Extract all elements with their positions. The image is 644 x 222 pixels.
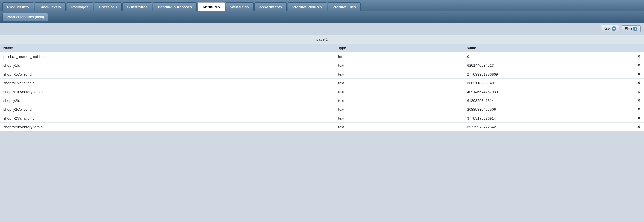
cell-name: shopify1VariationId: [0, 79, 335, 87]
delete-button[interactable]: ✕: [631, 105, 644, 114]
sub-tab-bar: Product Pictures (beta): [0, 11, 644, 23]
chevron-down-icon: ▼: [633, 27, 637, 31]
cell-type: text: [335, 96, 464, 105]
table-row: shopify2Idtext6129825841314✕: [0, 96, 644, 105]
table-row: shopify1CollectIdtext277099951770809✕: [0, 70, 644, 79]
cell-type: text: [335, 61, 464, 70]
header-name: Name: [0, 44, 335, 52]
cell-name: shopify2InventoryItemId: [0, 123, 335, 131]
cell-name: shopify1InventoryItemId: [0, 87, 335, 96]
tab-attributes[interactable]: Attributes: [198, 2, 225, 11]
cell-name: shopify2Id: [0, 96, 335, 105]
filter-button[interactable]: Filter ▼: [622, 25, 641, 32]
cell-value: 38821183881401: [464, 79, 631, 87]
new-button[interactable]: New +: [601, 25, 619, 32]
table-row: shopify2CollectIdtext20889830457506✕: [0, 105, 644, 114]
header-type: Type: [335, 44, 464, 52]
cell-value: 6261446934713: [464, 61, 631, 70]
sub-tab-product-pictures-beta[interactable]: Product Pictures (beta): [2, 13, 48, 21]
tab-product-info[interactable]: Product info: [2, 2, 34, 11]
filter-label: Filter: [625, 27, 632, 31]
cell-value: 0: [464, 52, 631, 61]
cell-value: 20889830457506: [464, 105, 631, 114]
table-row: shopify1InventoryItemIdtext4091465747679…: [0, 87, 644, 96]
delete-button[interactable]: ✕: [631, 87, 644, 96]
table-row: shopify2InventoryItemIdtext3977997877264…: [0, 123, 644, 131]
tab-web-fields[interactable]: Web fields: [226, 2, 254, 11]
toolbar: New + Filter ▼: [0, 23, 644, 35]
delete-button[interactable]: ✕: [631, 123, 644, 131]
plus-icon: +: [612, 26, 616, 31]
attributes-table: Name Type Value product_reorder_multiple…: [0, 44, 644, 131]
content-area: page 1 Name Type Value product_reorder_m…: [0, 35, 644, 131]
cell-type: text: [335, 70, 464, 79]
tab-stock-levels[interactable]: Stock levels: [35, 2, 66, 11]
table-header-row: Name Type Value: [0, 44, 644, 52]
tab-assortments[interactable]: Assortments: [254, 2, 286, 11]
tab-bar: Product info Stock levels Packages Cross…: [0, 0, 644, 11]
cell-name: shopify1CollectId: [0, 70, 335, 79]
tab-product-pictures[interactable]: Product Pictures: [288, 2, 327, 11]
header-value: Value: [464, 44, 631, 52]
table-row: product_reorder_multiplesint0✕: [0, 52, 644, 61]
cell-value: 6129825841314: [464, 96, 631, 105]
cell-name: shopify2CollectId: [0, 105, 335, 114]
cell-type: text: [335, 87, 464, 96]
cell-value: 37783175626914: [464, 114, 631, 123]
new-label: New: [604, 27, 610, 31]
cell-value: 409146574767939: [464, 87, 631, 96]
delete-button[interactable]: ✕: [631, 79, 644, 87]
cell-type: text: [335, 114, 464, 123]
delete-button[interactable]: ✕: [631, 52, 644, 61]
tab-substitutes[interactable]: Substitutes: [122, 2, 152, 11]
cell-name: shopify1Id: [0, 61, 335, 70]
cell-value: 39779978772642: [464, 123, 631, 131]
tab-cross-sell[interactable]: Cross-sell: [94, 2, 122, 11]
header-action: [631, 44, 644, 52]
tab-packages[interactable]: Packages: [67, 2, 93, 11]
table-row: shopify2VariationIdtext37783175626914✕: [0, 114, 644, 123]
cell-type: int: [335, 52, 464, 61]
delete-button[interactable]: ✕: [631, 114, 644, 123]
cell-value: 277099951770809: [464, 70, 631, 79]
delete-button[interactable]: ✕: [631, 70, 644, 79]
cell-name: shopify2VariationId: [0, 114, 335, 123]
cell-name: product_reorder_multiples: [0, 52, 335, 61]
delete-button[interactable]: ✕: [631, 96, 644, 105]
tab-pending-purchases[interactable]: Pending purchases: [153, 2, 197, 11]
page-indicator: page 1: [0, 35, 644, 44]
cell-type: text: [335, 105, 464, 114]
table-row: shopify1VariationIdtext38821183881401✕: [0, 79, 644, 87]
table-row: shopify1Idtext6261446934713✕: [0, 61, 644, 70]
cell-type: text: [335, 79, 464, 87]
delete-button[interactable]: ✕: [631, 61, 644, 70]
cell-type: text: [335, 123, 464, 131]
tab-product-files[interactable]: Product Files: [328, 2, 361, 11]
